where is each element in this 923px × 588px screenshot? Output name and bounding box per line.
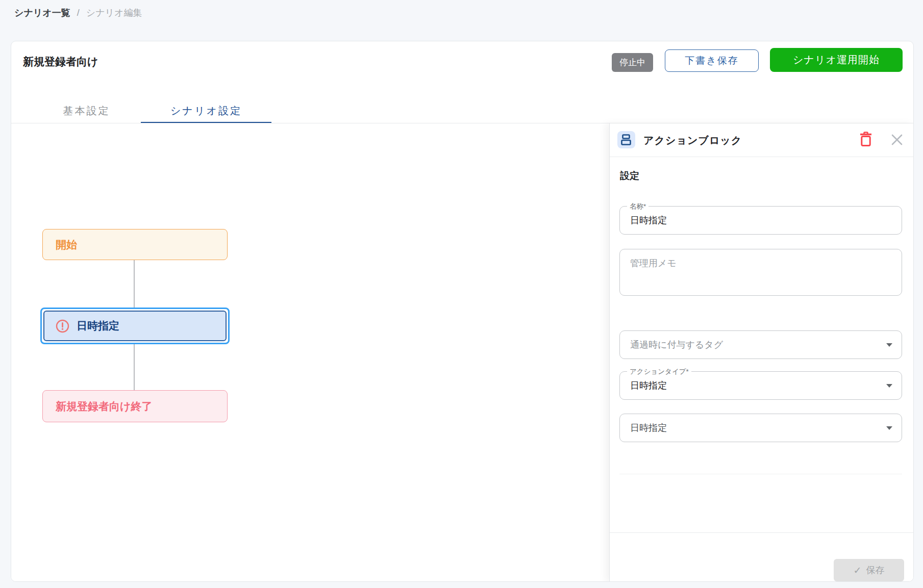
panel-header: アクションブロック xyxy=(610,123,914,157)
action-type-select[interactable]: アクションタイプ* 日時指定 xyxy=(619,371,902,400)
flow-node-end[interactable]: 新規登録者向け終了 xyxy=(42,390,228,422)
chevron-down-icon xyxy=(886,426,892,430)
status-badge: 停止中 xyxy=(612,53,653,72)
settings-heading: 設定 xyxy=(620,169,639,183)
flow-connector xyxy=(134,260,135,308)
name-input[interactable] xyxy=(620,207,902,234)
scenario-editor-page: シナリオ一覧 / シナリオ編集 新規登録者向け 停止中 下書き保存 シナリオ運用… xyxy=(0,0,923,588)
memo-field-wrapper xyxy=(619,249,902,296)
flow-canvas[interactable]: 開始 日時指定 新規登録者向け終了 xyxy=(11,123,609,582)
close-icon xyxy=(891,140,903,147)
chevron-down-icon xyxy=(886,343,892,347)
action-type-label: アクションタイプ* xyxy=(627,367,691,376)
action-block-panel: アクションブロック xyxy=(609,123,914,582)
save-button-label: 保存 xyxy=(866,564,884,576)
close-panel-button[interactable] xyxy=(890,134,904,147)
delete-block-button[interactable] xyxy=(859,132,873,148)
flow-node-start[interactable]: 開始 xyxy=(42,229,228,260)
datetime-select[interactable]: 日時指定 xyxy=(619,414,902,442)
breadcrumb-separator: / xyxy=(77,8,80,18)
tag-select[interactable]: 通過時に付与するタグ xyxy=(619,330,902,359)
flow-node-label: 日時指定 xyxy=(77,319,119,333)
tag-select-placeholder: 通過時に付与するタグ xyxy=(630,339,723,351)
memo-textarea[interactable] xyxy=(620,249,902,295)
name-field-wrapper: 名称* xyxy=(619,206,902,235)
panel-title: アクションブロック xyxy=(643,123,742,157)
flow-node-datetime-selected[interactable]: 日時指定 xyxy=(40,308,230,344)
breadcrumb-scenario-edit: シナリオ編集 xyxy=(86,7,142,19)
check-icon: ✓ xyxy=(854,565,862,576)
flow-connector xyxy=(134,344,135,390)
save-draft-button[interactable]: 下書き保存 xyxy=(665,49,759,72)
panel-footer-divider xyxy=(610,532,914,533)
block-icon xyxy=(617,131,635,148)
panel-inner-divider xyxy=(619,474,902,474)
action-type-value: 日時指定 xyxy=(630,379,667,392)
breadcrumb-scenario-list[interactable]: シナリオ一覧 xyxy=(14,7,70,19)
chevron-down-icon xyxy=(886,384,892,388)
warning-icon xyxy=(56,319,69,333)
page-title: 新規登録者向け xyxy=(23,55,98,69)
editor-card: 新規登録者向け 停止中 下書き保存 シナリオ運用開始 基本設定 シナリオ設定 開… xyxy=(11,41,914,582)
tab-scenario-settings[interactable]: シナリオ設定 xyxy=(141,98,271,123)
datetime-select-value: 日時指定 xyxy=(630,422,667,434)
start-scenario-button[interactable]: シナリオ運用開始 xyxy=(770,48,903,72)
tab-basic-settings[interactable]: 基本設定 xyxy=(42,98,131,123)
flow-node-datetime-inner: 日時指定 xyxy=(43,311,227,341)
name-field-label: 名称* xyxy=(627,202,648,211)
breadcrumb: シナリオ一覧 / シナリオ編集 xyxy=(14,7,142,19)
trash-icon xyxy=(859,141,872,148)
save-button[interactable]: ✓ 保存 xyxy=(834,559,904,581)
